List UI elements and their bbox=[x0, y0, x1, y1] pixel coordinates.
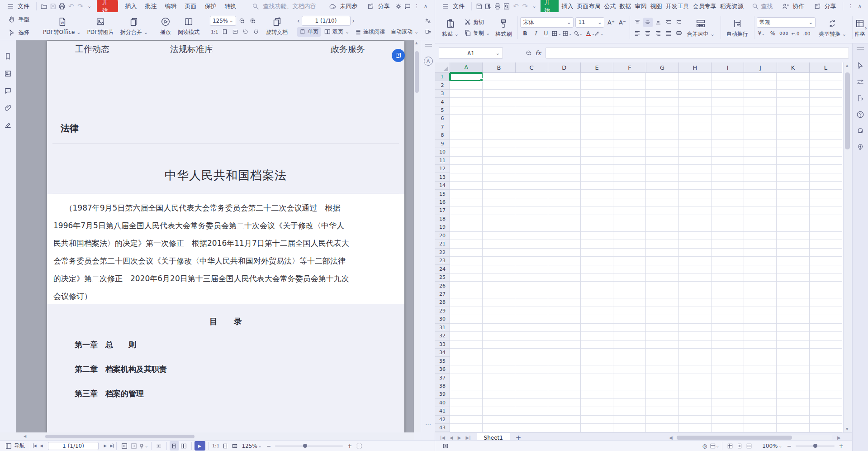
first-sheet-icon[interactable]: |◀ bbox=[438, 435, 447, 440]
pdf-tab-comment[interactable]: 批注 bbox=[141, 0, 161, 12]
currency-format-button[interactable]: ¥⌄ bbox=[757, 29, 766, 38]
more-menu-icon[interactable]: ⋮ bbox=[846, 1, 855, 11]
row-header-40[interactable]: 40 bbox=[435, 399, 450, 407]
increase-indent-button[interactable] bbox=[674, 18, 684, 27]
prev-page-button[interactable]: ◀ bbox=[37, 441, 46, 451]
read-aloud-icon[interactable] bbox=[423, 27, 432, 36]
scroll-left-icon[interactable]: ◀ bbox=[24, 434, 26, 438]
pdf-tab-page[interactable]: 页面 bbox=[180, 0, 200, 12]
row-header-28[interactable]: 28 bbox=[435, 298, 450, 307]
sync-status[interactable]: 未同步 bbox=[323, 0, 361, 12]
row-header-37[interactable]: 37 bbox=[435, 374, 450, 382]
pdf-tab-convert[interactable]: 转换 bbox=[220, 0, 240, 12]
help-icon[interactable] bbox=[855, 110, 865, 120]
align-left-button[interactable] bbox=[633, 29, 642, 38]
column-header-B[interactable]: B bbox=[483, 62, 515, 73]
status-single-page-button[interactable] bbox=[170, 441, 179, 451]
pdf-search-box[interactable]: 查找功能、文档内容 bbox=[247, 0, 320, 12]
sheet-zoom-out-button[interactable]: − bbox=[784, 441, 794, 451]
fit-page-button[interactable] bbox=[220, 27, 230, 37]
row-header-4[interactable]: 4 bbox=[435, 98, 450, 106]
row-header-19[interactable]: 19 bbox=[435, 223, 450, 231]
row-header-43[interactable]: 43 bbox=[435, 424, 450, 432]
pdf-file-menu[interactable]: 文件 bbox=[0, 0, 33, 12]
row-header-16[interactable]: 16 bbox=[435, 198, 450, 206]
column-header-D[interactable]: D bbox=[548, 62, 581, 73]
font-name-select[interactable]: 宋体 ⌄ bbox=[520, 17, 574, 28]
zoom-formula-icon[interactable] bbox=[524, 48, 533, 58]
row-header-35[interactable]: 35 bbox=[435, 357, 450, 365]
row-header-41[interactable]: 41 bbox=[435, 407, 450, 415]
sheet-zoom-in-button[interactable]: + bbox=[836, 441, 846, 451]
sheet-tab-view[interactable]: 视图 bbox=[648, 0, 664, 12]
status-actual-size-button[interactable]: 1:1 bbox=[211, 441, 221, 451]
decrease-indent-button[interactable] bbox=[664, 18, 674, 27]
column-header-H[interactable]: H bbox=[679, 62, 711, 73]
align-right-button[interactable] bbox=[654, 29, 663, 38]
save-icon[interactable] bbox=[48, 1, 57, 11]
font-adjust-icon[interactable]: A bbox=[424, 57, 433, 66]
row-header-7[interactable]: 7 bbox=[435, 123, 450, 131]
background-mode-button[interactable]: ⌄ bbox=[138, 441, 148, 451]
page-layout-view-button[interactable] bbox=[735, 441, 744, 451]
sheet-share-button[interactable]: 分享 bbox=[808, 0, 840, 12]
row-header-36[interactable]: 36 bbox=[435, 365, 450, 374]
type-convert-button[interactable]: 类型转换 ⌄ bbox=[816, 14, 849, 42]
sheet-zoom-value[interactable]: 100% ⌄ bbox=[760, 442, 784, 450]
status-fit-page-button[interactable] bbox=[221, 441, 230, 451]
cell-name-box[interactable]: A1 ⌄ bbox=[439, 47, 503, 59]
continuous-read-button[interactable]: 连续阅读 bbox=[353, 27, 387, 37]
row-header-34[interactable]: 34 bbox=[435, 349, 450, 357]
column-header-G[interactable]: G bbox=[646, 62, 679, 73]
promotion-tool-icon[interactable] bbox=[855, 126, 865, 136]
status-fit-width-button[interactable] bbox=[230, 441, 240, 451]
copy-button[interactable]: 复制 ⌄ bbox=[462, 29, 492, 38]
read-mode-button[interactable]: 阅读模式 bbox=[175, 13, 203, 39]
pdf-to-office-button[interactable]: W PDF转Office ⌄ bbox=[40, 13, 84, 39]
slideshow-play-button[interactable]: ▶ bbox=[194, 441, 205, 451]
bookmark-icon[interactable] bbox=[3, 51, 13, 61]
row-header-23[interactable]: 23 bbox=[435, 257, 450, 265]
distribute-button[interactable] bbox=[674, 29, 684, 38]
justify-button[interactable] bbox=[664, 29, 674, 38]
cells-area[interactable] bbox=[450, 73, 842, 432]
bold-button[interactable]: B bbox=[520, 29, 530, 38]
prev-sheet-icon[interactable]: ◀ bbox=[447, 435, 455, 440]
row-header-42[interactable]: 42 bbox=[435, 416, 450, 424]
sheet-file-menu[interactable]: 文件 bbox=[435, 0, 469, 12]
single-page-button[interactable]: 单页 bbox=[297, 27, 321, 37]
page-indicator-box[interactable]: 1 (1/10) bbox=[302, 16, 351, 26]
row-header-15[interactable]: 15 bbox=[435, 190, 450, 198]
pdf-tab-protect[interactable]: 保护 bbox=[200, 0, 220, 12]
row-header-8[interactable]: 8 bbox=[435, 131, 450, 139]
row-header-1[interactable]: 1 bbox=[435, 73, 450, 81]
increase-font-button[interactable]: A⁺ bbox=[606, 18, 616, 27]
more-menu-icon[interactable]: ⋮ bbox=[412, 1, 421, 11]
pdf-horizontal-scrollbar[interactable]: ◀ bbox=[0, 432, 414, 440]
thumbnails-icon[interactable] bbox=[3, 68, 13, 78]
row-header-14[interactable]: 14 bbox=[435, 182, 450, 190]
wrap-text-button[interactable]: 自动换行 bbox=[723, 14, 751, 42]
sheet-vertical-scroll-thumb[interactable] bbox=[845, 72, 850, 149]
undo-icon[interactable]: ↶ bbox=[511, 1, 520, 11]
pdf-vertical-scrollbar[interactable]: ▲ bbox=[414, 40, 420, 432]
sheet-tab-resources[interactable]: 稻壳资源 bbox=[718, 0, 745, 12]
sheet-tab-devtools[interactable]: 开发工具 bbox=[664, 0, 691, 12]
navigation-panel-button[interactable]: 导航 bbox=[3, 441, 27, 451]
row-header-21[interactable]: 21 bbox=[435, 240, 450, 248]
decrease-decimal-button[interactable]: .00 bbox=[802, 29, 811, 38]
macro-record-icon[interactable] bbox=[441, 441, 450, 451]
previous-page-icon[interactable]: ‹ bbox=[297, 17, 300, 24]
inspiration-bulb-icon[interactable] bbox=[855, 142, 865, 152]
scroll-up-icon[interactable]: ▲ bbox=[415, 41, 417, 45]
double-page-button[interactable]: 双页 ⌄ bbox=[322, 27, 351, 37]
sheet-tab-member[interactable]: 会员专享 bbox=[691, 0, 718, 12]
next-page-icon[interactable]: › bbox=[352, 17, 355, 24]
continuous-mode-toggle[interactable] bbox=[154, 441, 164, 451]
italic-button[interactable]: I bbox=[531, 29, 540, 38]
row-header-25[interactable]: 25 bbox=[435, 273, 450, 282]
column-header-I[interactable]: I bbox=[711, 62, 744, 73]
page-break-view-button[interactable] bbox=[744, 441, 754, 451]
panel-more-dots[interactable]: ⋯ bbox=[421, 421, 435, 428]
comma-format-button[interactable]: 000 bbox=[779, 29, 789, 38]
